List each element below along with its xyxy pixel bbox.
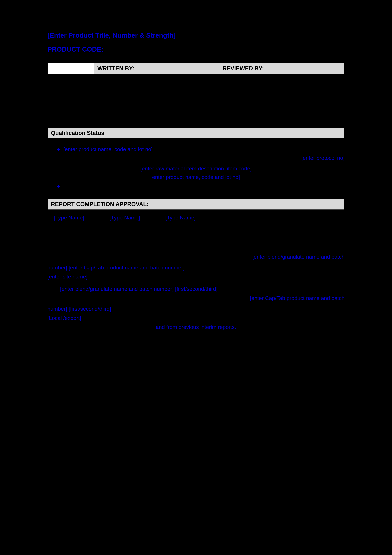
written-by-header: WRITTEN BY:	[94, 63, 219, 74]
bullet2-line2: [enter product name, code and lot no]	[63, 186, 115, 189]
lower-line6: number] [first/second/third]	[47, 304, 345, 314]
lower-line4: [enter blend/granulate name and batch nu…	[60, 285, 345, 294]
sig-reviewed	[219, 85, 344, 96]
pos-written	[94, 96, 219, 107]
report-header: REPORT COMPLETION APPROVAL:	[47, 199, 345, 210]
signature-label: Signature:	[48, 85, 94, 96]
qual-text-block-1: [enter raw material item description, it…	[47, 142, 345, 145]
sig-written	[94, 85, 219, 96]
name-label: Name:	[48, 74, 94, 85]
qual-bullet-1: ● [enter product name, code and lot no]	[57, 146, 345, 152]
lower-block-1: [enter blend/granulate name and batch nu…	[47, 252, 345, 281]
date-label: Date:	[48, 107, 94, 118]
bullet2-line1: enter raw material item description, ite…	[63, 183, 115, 186]
reviewed-by-header: REVIEWED BY:	[219, 63, 344, 74]
report-names: [Type Name] [Type Name] [Type Name]	[47, 215, 345, 221]
bullet-icon-2: ●	[57, 183, 60, 189]
name-reviewed	[219, 74, 344, 85]
date-reviewed	[219, 107, 344, 118]
date-written	[94, 107, 219, 118]
qual-center-block: [enter raw material item description, it…	[47, 164, 345, 182]
lower-block-2: [enter blend/granulate name and batch nu…	[47, 285, 345, 332]
qual-center-line1: [enter raw material item description, it…	[140, 166, 252, 171]
qual-line1-left: [enter raw material item description, it…	[47, 142, 100, 145]
lower-line1: [enter blend/granulate name and batch	[47, 252, 345, 262]
report-name-1: [Type Name]	[54, 215, 84, 221]
qual-right-text: [enter protocol no]	[47, 155, 345, 161]
name-written	[94, 74, 219, 85]
lower-section: [enter blend/granulate name and batch nu…	[47, 252, 345, 332]
product-title: [Enter Product Title, Number & Strength]	[47, 32, 345, 39]
report-name-2: [Type Name]	[110, 215, 140, 221]
product-code: PRODUCT CODE:	[47, 45, 345, 53]
lower-line3: [enter site name]	[47, 272, 345, 281]
approval-table: WRITTEN BY: REVIEWED BY: Name: Signature…	[47, 63, 345, 118]
qual-center-line2: enter product name, code and lot no]	[152, 174, 240, 180]
lower-line7: [Local /export]	[47, 314, 345, 323]
report-name-3: [Type Name]	[165, 215, 196, 221]
position-label: Position:	[48, 96, 94, 107]
qual-line1-right: [enter protocol no]	[324, 142, 345, 145]
qualification-section: Qualification Status [enter raw material…	[47, 128, 345, 189]
lower-line5: [enter Cap/Tab product name and batch	[47, 294, 345, 303]
qual-header: Qualification Status	[47, 128, 345, 139]
pos-reviewed	[219, 96, 344, 107]
qual-bullet-2: ● enter raw material item description, i…	[57, 183, 345, 189]
report-section: REPORT COMPLETION APPROVAL: [Type Name] …	[47, 199, 345, 221]
lower-line2: number] [enter Cap/Tab product name and …	[47, 263, 345, 272]
bullet-icon-1: ●	[57, 146, 60, 152]
lower-line8: and from previous interim reports.	[47, 323, 345, 332]
bullet-text-1: [enter product name, code and lot no]	[63, 146, 153, 152]
